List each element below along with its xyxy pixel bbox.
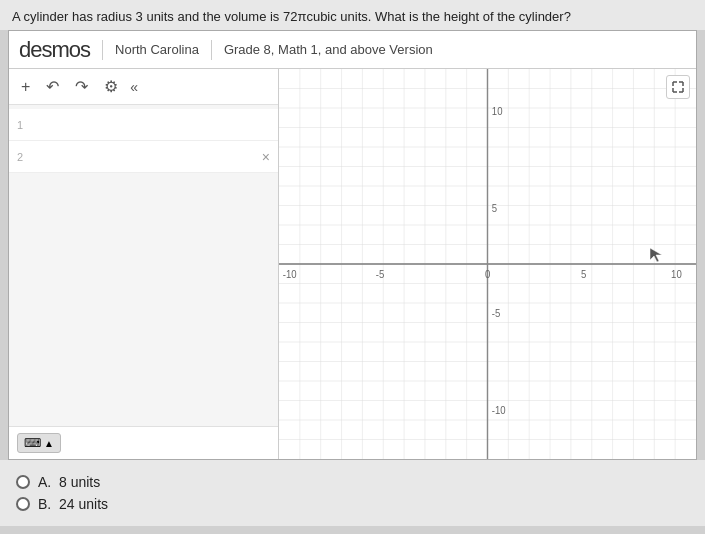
expression-row-2: 2 × xyxy=(9,141,278,173)
keyboard-icon: ⌨ xyxy=(24,436,41,450)
delete-expr-icon[interactable]: × xyxy=(262,149,270,165)
svg-text:0: 0 xyxy=(485,268,491,280)
radio-b[interactable] xyxy=(16,497,30,511)
header-sep2 xyxy=(211,40,212,60)
answer-label-b: B. 24 units xyxy=(38,496,108,512)
graph-grid: 10 5 -5 -10 -10 -5 0 5 10 xyxy=(279,69,696,459)
settings-button[interactable]: ⚙ xyxy=(100,75,122,98)
header: desmos North Carolina Grade 8, Math 1, a… xyxy=(9,31,696,69)
svg-text:5: 5 xyxy=(492,202,498,214)
expr-num-2: 2 xyxy=(17,151,29,163)
svg-text:-5: -5 xyxy=(492,308,501,320)
answer-option-b[interactable]: B. 24 units xyxy=(16,496,689,512)
expr-num-1: 1 xyxy=(17,119,29,131)
add-expression-button[interactable]: + xyxy=(17,76,34,98)
collapse-icon: « xyxy=(130,79,138,95)
answers-section: A. 8 units B. 24 units xyxy=(0,460,705,526)
svg-text:-10: -10 xyxy=(492,405,506,417)
answer-label-a: A. 8 units xyxy=(38,474,100,490)
header-grade-info: Grade 8, Math 1, and above Version xyxy=(224,42,433,57)
svg-text:5: 5 xyxy=(581,268,587,280)
undo-button[interactable]: ↶ xyxy=(42,75,63,98)
svg-text:-10: -10 xyxy=(283,268,297,280)
svg-text:10: 10 xyxy=(671,268,682,280)
zoom-icon xyxy=(671,80,685,94)
toolbar: + ↶ ↷ ⚙ « xyxy=(9,69,278,105)
main-area: + ↶ ↷ ⚙ « 1 2 × ⌨ xyxy=(9,69,696,459)
keyboard-button[interactable]: ⌨ ▲ xyxy=(17,433,61,453)
keyboard-btn-row: ⌨ ▲ xyxy=(9,426,278,459)
redo-button[interactable]: ↷ xyxy=(71,75,92,98)
left-panel: + ↶ ↷ ⚙ « 1 2 × ⌨ xyxy=(9,69,279,459)
svg-text:-5: -5 xyxy=(376,268,385,280)
expression-list: 1 2 × xyxy=(9,105,278,426)
header-sep1 xyxy=(102,40,103,60)
expression-row-1: 1 xyxy=(9,109,278,141)
answer-option-a[interactable]: A. 8 units xyxy=(16,474,689,490)
radio-a[interactable] xyxy=(16,475,30,489)
app-container: desmos North Carolina Grade 8, Math 1, a… xyxy=(8,30,697,460)
zoom-button[interactable] xyxy=(666,75,690,99)
graph-area[interactable]: 10 5 -5 -10 -10 -5 0 5 10 xyxy=(279,69,696,459)
keyboard-caret: ▲ xyxy=(44,438,54,449)
desmos-logo: desmos xyxy=(19,37,90,63)
header-north-carolina: North Carolina xyxy=(115,42,199,57)
svg-text:10: 10 xyxy=(492,106,503,118)
question-text: A cylinder has radius 3 units and the vo… xyxy=(0,0,705,30)
